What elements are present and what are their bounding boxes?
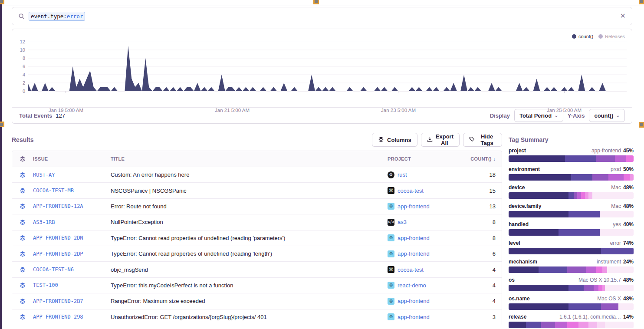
tag-bar-segment[interactable] bbox=[541, 322, 555, 328]
tag-distribution-bar[interactable] bbox=[509, 266, 634, 273]
column-header-issue[interactable]: ISSUE bbox=[33, 156, 111, 161]
tag-bar-segment[interactable] bbox=[509, 155, 565, 162]
project-link[interactable]: app-frontend bbox=[398, 314, 430, 320]
selection-handle[interactable] bbox=[639, 0, 644, 4]
tag-distribution-bar[interactable] bbox=[509, 192, 634, 199]
project-link[interactable]: app-frontend bbox=[398, 250, 430, 257]
tag-bar-segment[interactable] bbox=[509, 322, 526, 328]
issue-link[interactable]: APP-FRONTEND-2DN bbox=[33, 235, 111, 241]
tag-bar-segment[interactable] bbox=[577, 192, 581, 199]
tag-bar-segment[interactable] bbox=[526, 322, 541, 328]
selection-handle[interactable] bbox=[313, 0, 319, 4]
tag-bar-segment[interactable] bbox=[555, 322, 568, 328]
tag-bar-segment[interactable] bbox=[571, 174, 592, 181]
tag-bar-segment[interactable] bbox=[601, 303, 618, 310]
tag-bar-segment[interactable] bbox=[568, 285, 584, 291]
tag-bar-segment[interactable] bbox=[592, 192, 634, 199]
tag-bar-segment[interactable] bbox=[602, 266, 608, 273]
tag-bar-segment[interactable] bbox=[578, 322, 588, 328]
tag-bar-segment[interactable] bbox=[605, 322, 634, 328]
tag-bar-segment[interactable] bbox=[539, 266, 567, 273]
tag-distribution-bar[interactable] bbox=[509, 303, 634, 310]
selection-handle[interactable] bbox=[0, 0, 4, 4]
selection-handle[interactable] bbox=[0, 122, 4, 127]
project-link[interactable]: app-frontend bbox=[398, 235, 430, 241]
search-query-token[interactable]: event.type:error bbox=[29, 12, 85, 21]
tag-bar-segment[interactable] bbox=[607, 266, 633, 273]
legend-item-count[interactable]: count() bbox=[572, 34, 593, 39]
area-chart[interactable] bbox=[28, 42, 627, 94]
project-link[interactable]: cocoa-test bbox=[398, 266, 424, 273]
layers-icon[interactable] bbox=[12, 156, 33, 162]
issue-link[interactable]: TEST-100 bbox=[33, 282, 111, 288]
project-link[interactable]: app-frontend bbox=[398, 203, 430, 210]
tag-bar-segment[interactable] bbox=[574, 192, 578, 199]
tag-bar-segment[interactable] bbox=[509, 174, 571, 181]
close-icon[interactable]: ✕ bbox=[620, 13, 626, 20]
tag-bar-segment[interactable] bbox=[509, 211, 568, 217]
search-bar[interactable]: event.type:error ✕ bbox=[12, 7, 632, 25]
tag-bar-segment[interactable] bbox=[588, 192, 592, 199]
tag-bar-segment[interactable] bbox=[608, 174, 624, 181]
tag-bar-segment[interactable] bbox=[568, 192, 574, 199]
tag-bar-segment[interactable] bbox=[600, 211, 634, 217]
tag-bar-segment[interactable] bbox=[509, 192, 568, 199]
tag-bar-segment[interactable] bbox=[509, 266, 539, 273]
issue-link[interactable]: RUST-AY bbox=[33, 172, 111, 178]
tag-bar-segment[interactable] bbox=[594, 285, 599, 291]
issue-link[interactable]: AS3-1RB bbox=[33, 219, 111, 225]
tag-bar-segment[interactable] bbox=[624, 174, 630, 181]
column-header-title[interactable]: TITLE bbox=[111, 156, 388, 161]
tag-bar-segment[interactable] bbox=[601, 248, 634, 254]
tag-distribution-bar[interactable] bbox=[509, 229, 634, 236]
tag-distribution-bar[interactable] bbox=[509, 211, 634, 217]
column-header-project[interactable]: PROJECT bbox=[388, 156, 463, 161]
tag-bar-segment[interactable] bbox=[581, 192, 585, 199]
tag-bar-segment[interactable] bbox=[592, 174, 608, 181]
tag-bar-segment[interactable] bbox=[596, 266, 602, 273]
tag-distribution-bar[interactable] bbox=[509, 248, 634, 254]
tag-bar-segment[interactable] bbox=[509, 248, 601, 254]
tag-bar-segment[interactable] bbox=[615, 155, 626, 162]
tag-distribution-bar[interactable] bbox=[509, 285, 634, 291]
tag-bar-segment[interactable] bbox=[586, 266, 596, 273]
project-link[interactable]: react-demo bbox=[398, 282, 426, 289]
tag-bar-segment[interactable] bbox=[588, 322, 597, 328]
project-link[interactable]: rust bbox=[398, 171, 407, 178]
tag-bar-segment[interactable] bbox=[568, 303, 601, 310]
yaxis-dropdown[interactable]: count() ⌄ bbox=[589, 109, 625, 122]
tag-bar-segment[interactable] bbox=[509, 303, 568, 310]
tag-bar-segment[interactable] bbox=[598, 285, 602, 291]
tag-bar-segment[interactable] bbox=[565, 155, 596, 162]
tag-bar-segment[interactable] bbox=[567, 266, 586, 273]
tag-bar-segment[interactable] bbox=[585, 192, 589, 199]
export-all-button[interactable]: Export All bbox=[421, 133, 460, 147]
project-link[interactable]: as3 bbox=[398, 219, 407, 225]
tag-distribution-bar[interactable] bbox=[509, 155, 634, 162]
issue-link[interactable]: APP-FRONTEND-2DP bbox=[33, 251, 111, 257]
tag-bar-segment[interactable] bbox=[509, 285, 568, 291]
tag-bar-segment[interactable] bbox=[600, 229, 634, 236]
legend-item-releases[interactable]: Releases bbox=[598, 34, 625, 39]
columns-button[interactable]: Columns bbox=[372, 133, 417, 147]
issue-link[interactable]: COCOA-TEST-N6 bbox=[33, 266, 111, 273]
tag-bar-segment[interactable] bbox=[605, 285, 634, 291]
tag-bar-segment[interactable] bbox=[559, 229, 600, 236]
tag-distribution-bar[interactable] bbox=[509, 174, 634, 181]
column-header-count[interactable]: COUNT() ↓ bbox=[463, 156, 502, 161]
tag-bar-segment[interactable] bbox=[584, 285, 594, 291]
tag-bar-segment[interactable] bbox=[630, 174, 634, 181]
tag-bar-segment[interactable] bbox=[509, 229, 559, 236]
issue-link[interactable]: APP-FRONTEND-298 bbox=[33, 314, 111, 320]
tag-bar-segment[interactable] bbox=[618, 303, 634, 310]
selection-handle[interactable] bbox=[639, 122, 644, 128]
tag-bar-segment[interactable] bbox=[597, 322, 605, 328]
issue-link[interactable]: APP-FRONTEND-2B7 bbox=[33, 298, 111, 304]
tag-distribution-bar[interactable] bbox=[509, 322, 634, 328]
project-link[interactable]: cocoa-test bbox=[398, 188, 424, 194]
hide-tags-button[interactable]: Hide Tags bbox=[463, 133, 502, 147]
tag-bar-segment[interactable] bbox=[568, 211, 600, 217]
issue-link[interactable]: COCOA-TEST-MB bbox=[33, 188, 111, 194]
issue-link[interactable]: APP-FRONTEND-12A bbox=[33, 203, 111, 209]
tag-bar-segment[interactable] bbox=[626, 155, 634, 162]
